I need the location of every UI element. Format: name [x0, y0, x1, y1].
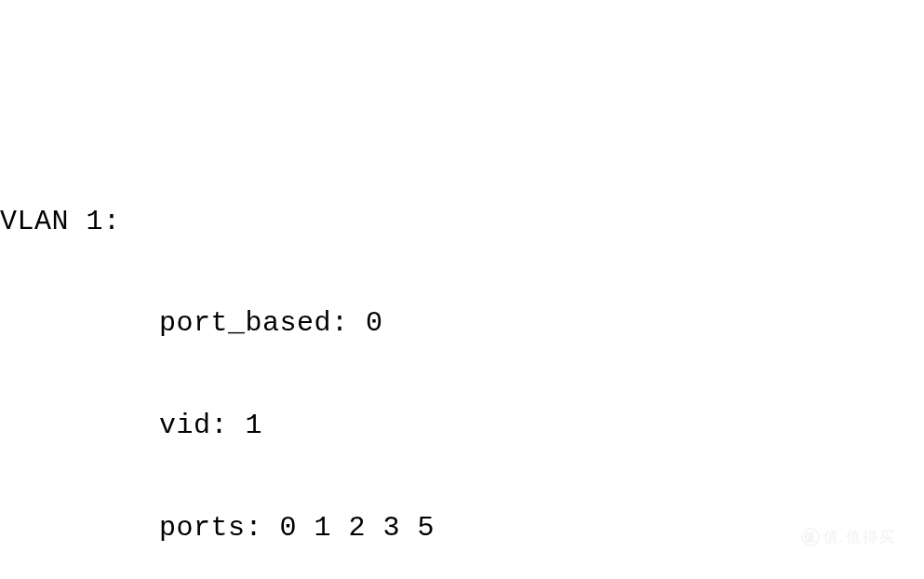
ports-label: ports:: [159, 512, 280, 544]
ports-value: 0 1 2 3 5: [280, 512, 435, 544]
vid-value: 1: [246, 410, 263, 441]
vid-label: vid:: [159, 410, 246, 441]
vlan-ports-line: ports: 0 1 2 3 5: [0, 511, 924, 545]
vlan-port-based-line: port_based: 0: [0, 306, 924, 341]
port-based-label: port_based:: [159, 307, 366, 339]
watermark: 值 值.值得买: [801, 528, 896, 546]
watermark-text: 值.值得买: [824, 528, 896, 546]
vlan-header: VLAN 1:: [0, 205, 924, 239]
watermark-icon: 值: [801, 528, 820, 546]
terminal-output[interactable]: VLAN 1: port_based: 0 vid: 1 ports: 0 1 …: [0, 136, 924, 579]
port-based-value: 0: [366, 307, 383, 339]
vlan-vid-line: vid: 1: [0, 409, 924, 443]
